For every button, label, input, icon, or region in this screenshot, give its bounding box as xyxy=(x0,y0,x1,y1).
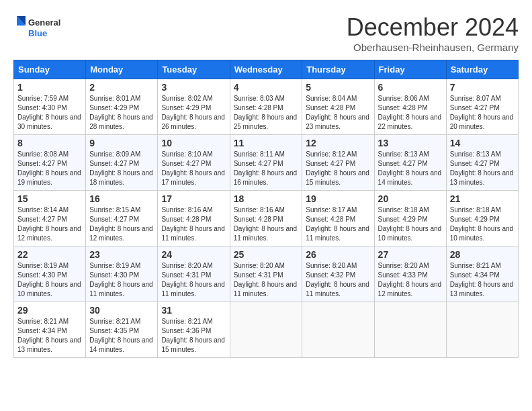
calendar-cell: 19 Sunrise: 8:17 AM Sunset: 4:28 PM Dayl… xyxy=(302,191,374,246)
calendar-cell: 21 Sunrise: 8:18 AM Sunset: 4:29 PM Dayl… xyxy=(446,191,518,246)
day-number: 7 xyxy=(450,82,515,93)
day-info: Sunrise: 8:18 AM Sunset: 4:29 PM Dayligh… xyxy=(378,205,443,243)
day-number: 26 xyxy=(306,249,370,260)
calendar-week-2: 8 Sunrise: 8:08 AM Sunset: 4:27 PM Dayli… xyxy=(14,135,519,191)
sunset-label: Sunset: 4:27 PM xyxy=(306,160,355,167)
calendar-cell: 18 Sunrise: 8:16 AM Sunset: 4:28 PM Dayl… xyxy=(230,191,302,246)
day-number: 23 xyxy=(89,249,154,260)
calendar-cell: 28 Sunrise: 8:21 AM Sunset: 4:34 PM Dayl… xyxy=(446,246,518,302)
day-info: Sunrise: 8:03 AM Sunset: 4:28 PM Dayligh… xyxy=(234,94,299,132)
sunset-label: Sunset: 4:27 PM xyxy=(89,216,139,223)
daylight-label: Daylight: 8 hours and 10 minutes. xyxy=(17,281,81,298)
day-info: Sunrise: 8:01 AM Sunset: 4:29 PM Dayligh… xyxy=(89,94,154,132)
svg-text:Blue: Blue xyxy=(28,28,47,38)
daylight-label: Daylight: 8 hours and 11 minutes. xyxy=(161,281,225,298)
weekday-header-tuesday: Tuesday xyxy=(158,60,230,79)
daylight-label: Daylight: 8 hours and 12 minutes. xyxy=(89,225,153,242)
month-title: December 2024 xyxy=(347,13,519,42)
daylight-label: Daylight: 8 hours and 10 minutes. xyxy=(378,225,442,242)
sunrise-label: Sunrise: 8:21 AM xyxy=(89,318,140,325)
weekday-header-saturday: Saturday xyxy=(446,60,518,79)
day-number: 16 xyxy=(89,193,154,204)
day-number: 21 xyxy=(450,193,515,204)
calendar-week-3: 15 Sunrise: 8:14 AM Sunset: 4:27 PM Dayl… xyxy=(14,191,519,246)
sunset-label: Sunset: 4:27 PM xyxy=(450,104,500,111)
sunset-label: Sunset: 4:36 PM xyxy=(161,327,211,334)
daylight-label: Daylight: 8 hours and 25 minutes. xyxy=(234,113,298,130)
sunset-label: Sunset: 4:30 PM xyxy=(89,271,139,279)
calendar-cell: 8 Sunrise: 8:08 AM Sunset: 4:27 PM Dayli… xyxy=(14,135,86,191)
day-number: 17 xyxy=(161,193,226,204)
day-number: 4 xyxy=(234,82,299,93)
day-number: 15 xyxy=(17,193,82,204)
daylight-label: Daylight: 8 hours and 11 minutes. xyxy=(306,281,369,298)
calendar-cell: 25 Sunrise: 8:20 AM Sunset: 4:31 PM Dayl… xyxy=(230,246,302,302)
daylight-label: Daylight: 8 hours and 14 minutes. xyxy=(378,169,442,186)
sunrise-label: Sunrise: 8:03 AM xyxy=(234,95,285,102)
day-info: Sunrise: 8:10 AM Sunset: 4:27 PM Dayligh… xyxy=(161,150,226,187)
sunrise-label: Sunrise: 8:15 AM xyxy=(89,206,140,214)
calendar-cell: 9 Sunrise: 8:09 AM Sunset: 4:27 PM Dayli… xyxy=(86,135,158,191)
logo: General Blue xyxy=(13,13,67,42)
calendar-cell xyxy=(230,302,302,358)
daylight-label: Daylight: 8 hours and 13 minutes. xyxy=(450,281,514,298)
sunset-label: Sunset: 4:28 PM xyxy=(161,216,211,223)
sunrise-label: Sunrise: 8:20 AM xyxy=(306,262,357,269)
day-number: 8 xyxy=(17,138,82,148)
sunset-label: Sunset: 4:28 PM xyxy=(306,216,355,223)
day-number: 24 xyxy=(161,249,226,260)
calendar-cell: 27 Sunrise: 8:20 AM Sunset: 4:33 PM Dayl… xyxy=(374,246,446,302)
day-info: Sunrise: 8:13 AM Sunset: 4:27 PM Dayligh… xyxy=(450,150,515,187)
sunrise-label: Sunrise: 8:21 AM xyxy=(161,318,212,325)
sunrise-label: Sunrise: 8:20 AM xyxy=(378,262,429,269)
sunrise-label: Sunrise: 8:20 AM xyxy=(161,262,212,269)
daylight-label: Daylight: 8 hours and 14 minutes. xyxy=(89,336,153,353)
calendar-cell: 30 Sunrise: 8:21 AM Sunset: 4:35 PM Dayl… xyxy=(86,302,158,358)
daylight-label: Daylight: 8 hours and 22 minutes. xyxy=(378,113,442,130)
sunrise-label: Sunrise: 8:02 AM xyxy=(161,95,212,102)
calendar-cell: 3 Sunrise: 8:02 AM Sunset: 4:29 PM Dayli… xyxy=(158,79,230,135)
day-info: Sunrise: 8:21 AM Sunset: 4:34 PM Dayligh… xyxy=(17,317,82,355)
daylight-label: Daylight: 8 hours and 30 minutes. xyxy=(17,113,81,130)
day-info: Sunrise: 8:13 AM Sunset: 4:27 PM Dayligh… xyxy=(378,150,443,187)
sunset-label: Sunset: 4:27 PM xyxy=(17,216,67,223)
sunrise-label: Sunrise: 8:12 AM xyxy=(306,150,357,158)
svg-text:General: General xyxy=(28,17,60,28)
sunrise-label: Sunrise: 8:10 AM xyxy=(161,150,212,158)
sunset-label: Sunset: 4:27 PM xyxy=(17,160,67,167)
sunrise-label: Sunrise: 8:11 AM xyxy=(234,150,285,158)
calendar-cell: 14 Sunrise: 8:13 AM Sunset: 4:27 PM Dayl… xyxy=(446,135,518,191)
daylight-label: Daylight: 8 hours and 20 minutes. xyxy=(450,113,514,130)
daylight-label: Daylight: 8 hours and 16 minutes. xyxy=(234,169,298,186)
calendar-cell: 13 Sunrise: 8:13 AM Sunset: 4:27 PM Dayl… xyxy=(374,135,446,191)
day-info: Sunrise: 8:16 AM Sunset: 4:28 PM Dayligh… xyxy=(161,205,226,243)
calendar-cell: 5 Sunrise: 8:04 AM Sunset: 4:28 PM Dayli… xyxy=(302,79,374,135)
calendar-cell: 23 Sunrise: 8:19 AM Sunset: 4:30 PM Dayl… xyxy=(86,246,158,302)
calendar-week-1: 1 Sunrise: 7:59 AM Sunset: 4:30 PM Dayli… xyxy=(14,79,519,135)
day-info: Sunrise: 8:20 AM Sunset: 4:31 PM Dayligh… xyxy=(234,261,299,299)
calendar-cell xyxy=(302,302,374,358)
daylight-label: Daylight: 8 hours and 15 minutes. xyxy=(306,169,369,186)
day-info: Sunrise: 8:19 AM Sunset: 4:30 PM Dayligh… xyxy=(17,261,82,299)
sunset-label: Sunset: 4:27 PM xyxy=(161,160,211,167)
sunset-label: Sunset: 4:29 PM xyxy=(450,216,500,223)
sunset-label: Sunset: 4:29 PM xyxy=(89,104,139,111)
day-number: 22 xyxy=(17,249,82,260)
day-number: 13 xyxy=(378,138,443,148)
day-info: Sunrise: 8:20 AM Sunset: 4:32 PM Dayligh… xyxy=(306,261,370,299)
sunrise-label: Sunrise: 8:19 AM xyxy=(17,262,69,269)
day-number: 12 xyxy=(306,138,370,148)
sunrise-label: Sunrise: 8:18 AM xyxy=(450,206,501,214)
sunrise-label: Sunrise: 8:21 AM xyxy=(17,318,69,325)
day-number: 5 xyxy=(306,82,370,93)
sunset-label: Sunset: 4:31 PM xyxy=(161,271,211,279)
sunrise-label: Sunrise: 8:07 AM xyxy=(450,95,501,102)
sunrise-label: Sunrise: 8:16 AM xyxy=(234,206,285,214)
sunrise-label: Sunrise: 7:59 AM xyxy=(17,95,69,102)
day-info: Sunrise: 8:07 AM Sunset: 4:27 PM Dayligh… xyxy=(450,94,515,132)
day-info: Sunrise: 8:11 AM Sunset: 4:27 PM Dayligh… xyxy=(234,150,299,187)
calendar-cell: 29 Sunrise: 8:21 AM Sunset: 4:34 PM Dayl… xyxy=(14,302,86,358)
sunset-label: Sunset: 4:28 PM xyxy=(234,216,283,223)
calendar-week-4: 22 Sunrise: 8:19 AM Sunset: 4:30 PM Dayl… xyxy=(14,246,519,302)
day-number: 3 xyxy=(161,82,226,93)
